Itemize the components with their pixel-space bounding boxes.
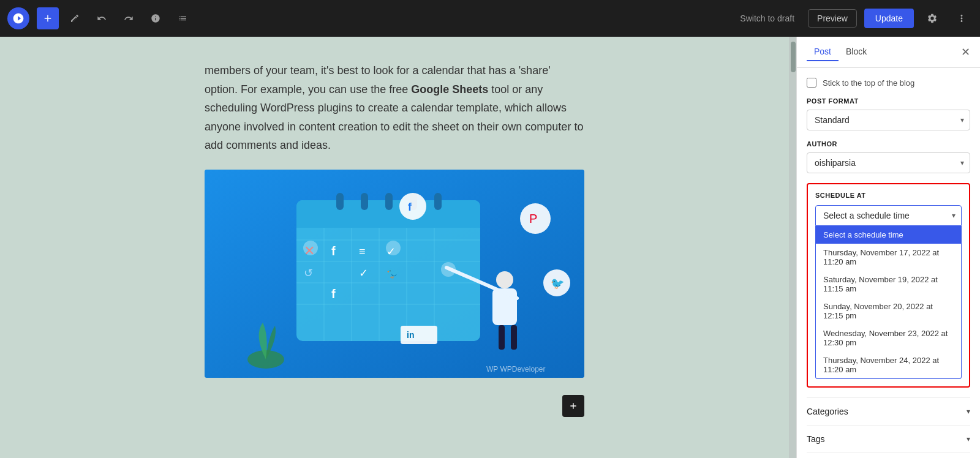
wordpress-icon [12, 12, 24, 24]
featured-image: ✕ f ≡ ✓ ↺ ✓ 🐦 f [205, 170, 584, 378]
svg-point-29 [496, 271, 513, 288]
sticky-label[interactable]: Stick to the top of the blog [823, 78, 914, 88]
schedule-at-label: SCHEDULE AT [815, 192, 962, 199]
editor-scroll-thumb [791, 42, 796, 72]
tab-post[interactable]: Post [807, 43, 839, 61]
chevron-down-icon: ▾ [967, 407, 970, 416]
editor-inner: members of your team, it's best to look … [205, 61, 584, 434]
svg-text:f: f [408, 201, 412, 213]
redo-icon [124, 13, 134, 23]
edit-button[interactable] [64, 7, 86, 29]
categories-header[interactable]: Categories ▾ [807, 407, 970, 416]
schedule-option-4[interactable]: Wednesday, November 23, 2022 at 12:30 pm [816, 325, 961, 351]
schedule-option-2[interactable]: Saturday, November 19, 2022 at 11:15 am [816, 271, 961, 298]
toolbar: Switch to draft Preview Update [0, 0, 980, 37]
close-icon: ✕ [961, 45, 970, 59]
preview-button[interactable]: Preview [808, 9, 857, 28]
schedule-option-5[interactable]: Thursday, November 24, 2022 at 11:20 am [816, 351, 961, 378]
undo-icon [97, 13, 107, 23]
main-area: members of your team, it's best to look … [0, 37, 980, 458]
sticky-checkbox-row: Stick to the top of the blog [807, 78, 970, 88]
svg-text:🐦: 🐦 [386, 266, 401, 280]
sidebar-body: Stick to the top of the blog POST FORMAT… [797, 68, 980, 458]
schedule-select-wrapper: Select a schedule time Thursday, Novembe… [815, 205, 962, 226]
schedule-select[interactable]: Select a schedule time Thursday, Novembe… [815, 205, 962, 226]
list-view-button[interactable] [172, 7, 194, 29]
post-text: members of your team, it's best to look … [205, 61, 584, 155]
pencil-icon [70, 13, 80, 23]
undo-button[interactable] [91, 7, 113, 29]
toolbar-right: Switch to draft Preview Update [734, 7, 973, 29]
svg-text:in: in [407, 330, 414, 340]
redo-button[interactable] [118, 7, 140, 29]
plus-icon [42, 13, 53, 24]
editor-content[interactable]: members of your team, it's best to look … [0, 37, 789, 458]
tags-section: Tags ▾ [807, 425, 970, 452]
author-label: AUTHOR [807, 140, 970, 148]
add-block-below-button[interactable] [562, 395, 584, 417]
kebab-menu-button[interactable] [951, 7, 973, 29]
svg-rect-31 [499, 325, 505, 350]
tab-block[interactable]: Block [839, 43, 874, 61]
post-format-select-wrapper: Standard Aside Audio Image Video ▾ [807, 110, 970, 130]
post-format-label: POST FORMAT [807, 97, 970, 105]
categories-title: Categories [807, 407, 848, 416]
svg-text:f: f [331, 287, 336, 301]
plus-icon [568, 401, 578, 411]
svg-rect-32 [511, 325, 517, 350]
svg-text:WP WPDeveloper: WP WPDeveloper [486, 365, 545, 374]
svg-text:f: f [331, 244, 336, 258]
chevron-down-icon: ▾ [967, 435, 970, 443]
sticky-checkbox[interactable] [807, 78, 816, 88]
svg-rect-4 [336, 193, 344, 210]
add-block-button[interactable] [37, 7, 59, 29]
svg-text:P: P [529, 212, 537, 225]
switch-to-draft-button[interactable]: Switch to draft [734, 10, 801, 27]
author-select-wrapper: oishiparsia ▾ [807, 152, 970, 173]
svg-text:≡: ≡ [359, 246, 366, 258]
svg-rect-40 [401, 326, 437, 344]
svg-point-36 [399, 193, 426, 220]
info-button[interactable] [145, 7, 167, 29]
schedule-option-0[interactable]: Select a schedule time [816, 226, 961, 244]
gear-icon [927, 13, 938, 24]
bold-text: Google Sheets [411, 83, 488, 96]
svg-rect-5 [361, 193, 368, 210]
close-sidebar-button[interactable]: ✕ [961, 45, 970, 59]
categories-section: Categories ▾ [807, 397, 970, 425]
calendar-illustration: ✕ f ≡ ✓ ↺ ✓ 🐦 f [205, 170, 584, 378]
svg-text:🐦: 🐦 [551, 277, 565, 290]
schedule-option-1[interactable]: Thursday, November 17, 2022 at 11:20 am [816, 244, 961, 271]
tags-title: Tags [807, 434, 825, 444]
list-icon [178, 13, 187, 23]
svg-text:↺: ↺ [304, 267, 313, 279]
schedule-option-3[interactable]: Sunday, November 20, 2022 at 12:15 pm [816, 298, 961, 325]
svg-point-27 [386, 241, 401, 255]
svg-text:✓: ✓ [359, 267, 368, 279]
sidebar: Post Block ✕ Stick to the top of the blo… [796, 37, 980, 458]
svg-rect-3 [296, 216, 480, 228]
author-select[interactable]: oishiparsia [807, 152, 970, 173]
schedule-dropdown-list: Select a schedule time Thursday, Novembe… [815, 226, 962, 379]
post-format-select[interactable]: Standard Aside Audio Image Video [807, 110, 970, 130]
svg-rect-6 [385, 193, 393, 210]
sidebar-header: Post Block ✕ [797, 37, 980, 68]
editor-scrollbar[interactable] [789, 37, 796, 458]
update-button[interactable]: Update [864, 9, 914, 28]
svg-rect-8 [434, 193, 442, 210]
svg-point-26 [303, 241, 318, 255]
tags-header[interactable]: Tags ▾ [807, 434, 970, 444]
more-menu-icon [956, 13, 967, 24]
schedule-at-section: SCHEDULE AT Select a schedule time Thurs… [807, 183, 970, 388]
info-icon [151, 13, 160, 23]
wp-logo [7, 7, 29, 29]
featured-image-section: Featured image ▾ [807, 452, 970, 458]
settings-button[interactable] [921, 7, 943, 29]
